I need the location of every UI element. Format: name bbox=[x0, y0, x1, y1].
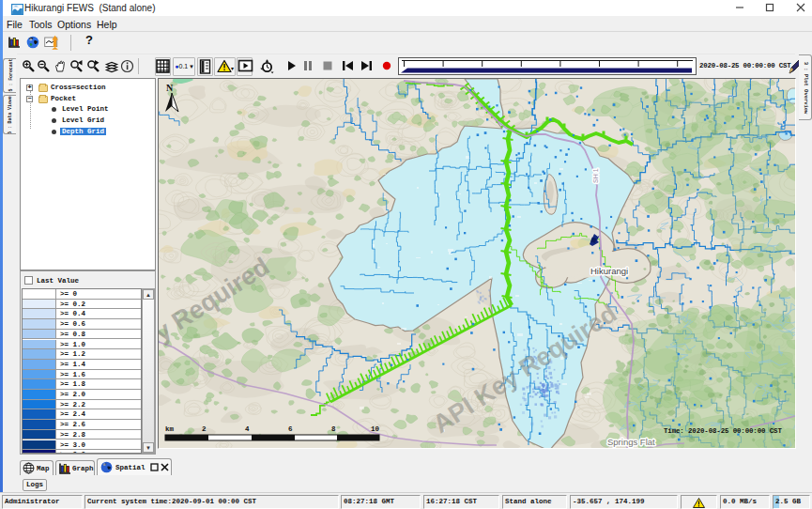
svg-text:6: 6 bbox=[288, 425, 293, 433]
svg-text:N: N bbox=[166, 83, 174, 93]
svg-text:8: 8 bbox=[331, 425, 336, 433]
svg-text:10: 10 bbox=[371, 425, 380, 433]
svg-text:2: 2 bbox=[202, 425, 207, 433]
svg-text:SH 1: SH 1 bbox=[592, 168, 599, 183]
svg-text:4: 4 bbox=[245, 425, 250, 433]
svg-text:Time: 2020-08-25 00:00:00 CST: Time: 2020-08-25 00:00:00 CST bbox=[664, 427, 782, 435]
svg-text:Hikurangi: Hikurangi bbox=[590, 266, 628, 276]
svg-text:km: km bbox=[165, 425, 175, 433]
svg-text:Springs Flat: Springs Flat bbox=[607, 437, 655, 447]
